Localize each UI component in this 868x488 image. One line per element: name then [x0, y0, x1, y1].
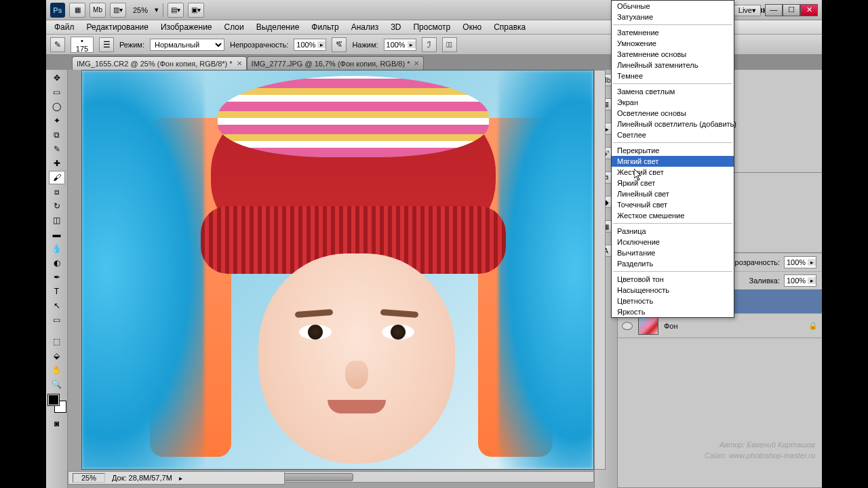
pressure-opacity-icon[interactable]: ✎̃ [332, 37, 347, 52]
blend-mode-select[interactable]: Нормальный [150, 39, 224, 51]
layer-opacity-input[interactable]: ▸ [784, 256, 816, 268]
flow-label: Нажим: [352, 41, 378, 49]
ps-logo: Ps [50, 3, 65, 18]
visibility-icon[interactable] [622, 322, 633, 330]
layer-fill-input[interactable]: ▸ [784, 274, 816, 287]
blend-mode-option[interactable]: Насыщенность [612, 285, 734, 296]
hand-tool-icon[interactable]: ✋ [49, 363, 65, 377]
status-zoom[interactable]: 25% [73, 473, 105, 483]
blend-mode-dropdown[interactable]: ОбычныеЗатуханиеЗатемнениеУмножениеЗатем… [611, 0, 734, 318]
document-tab[interactable]: IMG_2777.JPG @ 16,7% (Фон копия, RGB/8) … [247, 56, 425, 70]
blend-mode-option[interactable]: Цветовой тон [612, 274, 734, 285]
blend-mode-option[interactable]: Обычные [612, 1, 734, 12]
brush-preset-picker[interactable]: •175 [71, 37, 94, 53]
menu-filter[interactable]: Фильтр [306, 21, 344, 33]
blend-mode-option[interactable]: Затемнение [612, 27, 734, 38]
vertical-scrollbar[interactable] [594, 70, 606, 470]
marquee-tool-icon[interactable]: ▭ [49, 85, 65, 99]
type-tool-icon[interactable]: T [49, 285, 65, 298]
blend-mode-option[interactable]: Жесткое смешение [612, 210, 734, 221]
menu-analysis[interactable]: Анализ [346, 21, 384, 33]
opacity-input[interactable]: ▸ [294, 39, 326, 51]
dodge-tool-icon[interactable]: ◐ [49, 256, 65, 270]
blend-mode-option[interactable]: Разница [612, 226, 734, 237]
color-swatch[interactable] [48, 394, 66, 412]
layer-thumbnail [638, 317, 658, 335]
blend-mode-option[interactable]: Экран [612, 97, 734, 108]
zoom-tool-icon[interactable]: 🔍 [49, 378, 65, 391]
menu-help[interactable]: Справка [488, 21, 531, 33]
stamp-tool-icon[interactable]: ⧈ [49, 185, 65, 199]
lasso-tool-icon[interactable]: ◯ [49, 100, 65, 113]
3d-tool-icon[interactable]: ⬚ [49, 335, 65, 348]
eraser-tool-icon[interactable]: ◫ [49, 214, 65, 227]
blend-mode-option[interactable]: Разделить [612, 258, 734, 269]
brush-panel-icon[interactable]: ☰ [99, 37, 114, 52]
cs-live-button[interactable]: Live▾ [734, 5, 761, 16]
crop-tool-icon[interactable]: ⧉ [49, 128, 65, 142]
blend-mode-option[interactable]: Замена светлым [612, 86, 734, 97]
blend-mode-option[interactable]: Точечный свет [612, 199, 734, 210]
menu-file[interactable]: Файл [49, 21, 80, 33]
view-extras-icon[interactable]: ▥▾ [110, 3, 126, 18]
menu-select[interactable]: Выделение [251, 21, 305, 33]
blend-mode-option[interactable]: Затухание [612, 12, 734, 22]
blend-mode-option[interactable]: Исключение [612, 237, 734, 247]
current-tool-icon[interactable]: ✎ [50, 37, 65, 52]
blur-tool-icon[interactable]: 💧 [49, 242, 65, 256]
gradient-tool-icon[interactable]: ▬ [49, 228, 65, 241]
blend-mode-option[interactable]: Цветность [612, 296, 734, 306]
brush-tool-icon[interactable]: 🖌 [49, 171, 65, 184]
menu-layer[interactable]: Слои [219, 21, 250, 33]
menu-separator [613, 223, 732, 224]
close-tab-icon[interactable]: ✕ [237, 60, 242, 67]
tab-label: IMG_2777.JPG @ 16,7% (Фон копия, RGB/8) … [252, 60, 410, 68]
screen-mode-icon[interactable]: ▣▾ [188, 3, 204, 18]
blend-mode-option[interactable]: Мягкий свет [612, 156, 734, 167]
wand-tool-icon[interactable]: ✦ [49, 114, 65, 127]
history-brush-icon[interactable]: ↻ [49, 199, 65, 213]
eyedropper-tool-icon[interactable]: ✎ [49, 142, 65, 156]
layer-fill-label: Заливка: [749, 277, 780, 285]
zoom-level[interactable]: 25% [130, 5, 151, 15]
status-bar: 25% Док: 28,8M/57,7M ▸ [68, 471, 285, 485]
close-button[interactable]: ✕ [800, 4, 818, 16]
blend-mode-option[interactable]: Перекрытие [612, 145, 734, 156]
status-docsize: Док: 28,8M/57,7M [112, 474, 172, 482]
menu-edit[interactable]: Редактирование [81, 21, 154, 33]
airbrush-icon[interactable]: ℐ [422, 37, 437, 52]
blend-mode-option[interactable]: Затемнение основы [612, 49, 734, 60]
path-tool-icon[interactable]: ↖ [49, 299, 65, 312]
blend-mode-option[interactable]: Светлее [612, 129, 734, 140]
minimize-button[interactable]: — [765, 4, 783, 16]
blend-mode-option[interactable]: Линейный затемнитель [612, 60, 734, 70]
menu-window[interactable]: Окно [457, 21, 487, 33]
blend-mode-option[interactable]: Осветление основы [612, 108, 734, 119]
menu-view[interactable]: Просмотр [408, 21, 456, 33]
blend-mode-option[interactable]: Жесткий свет [612, 167, 734, 178]
menu-image[interactable]: Изображение [155, 21, 218, 33]
healing-tool-icon[interactable]: ✚ [49, 157, 65, 170]
arrange-icon[interactable]: ▤▾ [167, 3, 184, 18]
pen-tool-icon[interactable]: ✒ [49, 270, 65, 284]
blend-mode-option[interactable]: Линейный свет [612, 188, 734, 199]
move-tool-icon[interactable]: ✥ [49, 71, 65, 85]
3d-camera-icon[interactable]: ⬙ [49, 349, 65, 363]
blend-mode-option[interactable]: Вычитание [612, 247, 734, 258]
bridge-icon[interactable]: ▦ [69, 3, 85, 18]
blend-mode-option[interactable]: Темнее [612, 70, 734, 81]
blend-mode-option[interactable]: Линейный осветлитель (добавить) [612, 119, 734, 129]
minibridge-icon[interactable]: Mb [90, 3, 106, 18]
menu-3d[interactable]: 3D [385, 21, 406, 33]
close-tab-icon[interactable]: ✕ [414, 60, 419, 67]
blend-mode-option[interactable]: Яркий свет [612, 178, 734, 188]
flow-input[interactable]: ▸ [384, 39, 416, 51]
blend-mode-option[interactable]: Умножение [612, 38, 734, 49]
blend-mode-option[interactable]: Яркость [612, 306, 734, 317]
quickmask-icon[interactable]: ◙ [49, 417, 65, 430]
pressure-size-icon[interactable]: ✎ͦ [442, 37, 457, 52]
maximize-button[interactable]: ☐ [783, 4, 800, 16]
document-tab[interactable]: IMG_1655.CR2 @ 25% (Фон копия, RGB/8*) *… [72, 56, 247, 70]
shape-tool-icon[interactable]: ▭ [49, 313, 65, 327]
document-canvas[interactable] [81, 70, 594, 470]
